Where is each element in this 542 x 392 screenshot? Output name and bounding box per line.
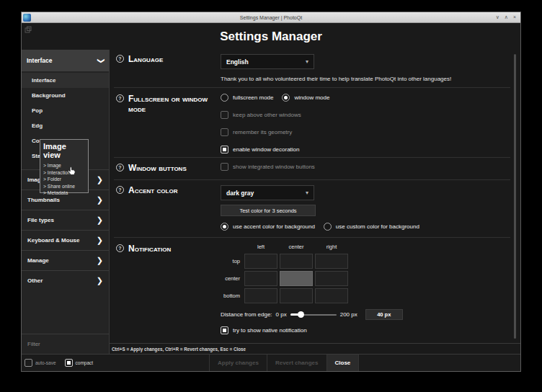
section-title: Accent color [128, 185, 177, 237]
accent-color-dropdown[interactable]: dark gray ▾ [221, 185, 314, 200]
help-icon[interactable]: ? [116, 186, 124, 194]
image-view-tooltip: Image view > Image > Interaction > Folde… [40, 139, 89, 193]
sidebar-item-label: Thumbnails [27, 197, 60, 203]
fullscreen-mode-radio[interactable] [221, 94, 228, 102]
help-icon[interactable]: ? [116, 244, 124, 252]
distance-value-field[interactable]: 40 px [365, 309, 403, 320]
settings-content: ? Language English ▾ Thank you to all wh… [110, 50, 520, 354]
remember-geometry-label: remember its geometry [233, 129, 292, 135]
notification-position-cell[interactable] [315, 288, 348, 303]
window-decoration-label: enable window decoration [233, 146, 300, 153]
sidebar-item-label: Manage [27, 257, 49, 264]
titlebar: Settings Manager | PhotoQt ∨ ∧ × [22, 12, 520, 23]
content-scrollbar[interactable] [514, 54, 516, 339]
chevron-down-icon: ❯ [97, 58, 105, 63]
grid-row-label: top [221, 258, 242, 264]
distance-max: 200 px [340, 311, 357, 318]
tooltip-item: > Image [43, 162, 85, 169]
settings-window: Settings Manager | PhotoQt ∨ ∧ × Setting… [21, 12, 521, 372]
tooltip-item: > Share online [43, 183, 85, 190]
chevron-right-icon: ❯ [97, 175, 103, 184]
notification-position-cell[interactable] [244, 288, 277, 303]
distance-label: Distance from edge: [221, 311, 272, 318]
grid-col-label: right [315, 244, 348, 251]
slider-handle[interactable] [298, 311, 304, 318]
notification-position-cell[interactable] [280, 288, 313, 303]
native-notification-label: try to show native notification [233, 327, 307, 334]
grid-col-label: left [244, 244, 277, 251]
notification-position-cell[interactable] [244, 271, 277, 286]
popout-icon[interactable] [25, 26, 32, 33]
tooltip-item: > Metadata [43, 190, 85, 197]
sidebar-item-file-types[interactable]: File types ❯ [22, 210, 109, 230]
help-icon[interactable]: ? [116, 94, 124, 102]
grid-row-label: bottom [221, 293, 242, 299]
dropdown-arrow-icon: ▾ [306, 190, 308, 196]
sidebar-item-other[interactable]: Other ❯ [22, 270, 109, 290]
section-language: ? Language English ▾ Thank you to all wh… [114, 50, 510, 88]
sidebar-subitem-popup[interactable]: Pop [22, 103, 109, 118]
section-title: Window buttons [128, 163, 187, 179]
chevron-right-icon: ❯ [97, 276, 103, 285]
section-window-buttons: ? Window buttons show integrated window … [114, 158, 510, 180]
section-accent-color: ? Accent color dark gray ▾ Test color fo… [114, 180, 510, 238]
notification-position-cell[interactable] [280, 254, 313, 269]
dropdown-arrow-icon: ▾ [306, 58, 308, 65]
native-notification-checkbox[interactable] [221, 326, 228, 334]
shortcut-hint: Ctrl+S = Apply changes, Ctrl+R = Revert … [110, 343, 520, 354]
notification-position-cell[interactable] [315, 254, 348, 269]
distance-slider[interactable] [290, 311, 337, 318]
integrated-buttons-label: show integrated window buttons [233, 164, 315, 170]
window-title: Settings Manager | PhotoQt [22, 15, 520, 20]
keep-above-checkbox[interactable] [221, 111, 228, 119]
integrated-buttons-checkbox[interactable] [221, 163, 228, 171]
language-note: Thank you to all who volunteered their t… [221, 76, 510, 82]
section-title: Fullscreen or window mode [128, 94, 221, 157]
section-mode: ? Fullscreen or window mode fullscreen m… [114, 88, 510, 158]
notification-position-cell[interactable] [315, 271, 348, 286]
accent-background-label: use accent color for background [233, 223, 315, 230]
bottombar: auto-save compact Apply changes Revert c… [22, 354, 520, 371]
chevron-right-icon: ❯ [97, 215, 103, 225]
autosave-label: auto-save [35, 360, 56, 365]
grid-col-label: center [280, 244, 313, 251]
filter-row [22, 334, 109, 354]
custom-background-radio[interactable] [324, 223, 332, 231]
sidebar-subitem-background[interactable]: Background [22, 88, 109, 103]
accent-background-radio[interactable] [221, 223, 228, 231]
notification-position-cell-selected[interactable] [280, 271, 313, 286]
section-title: Language [128, 54, 163, 87]
remember-geometry-checkbox[interactable] [221, 128, 228, 136]
distance-min: 0 px [276, 311, 287, 318]
apply-changes-button[interactable]: Apply changes [209, 355, 267, 371]
sidebar-subitem-interface[interactable]: Interface [22, 73, 109, 88]
sidebar-item-label: File types [27, 217, 54, 223]
sidebar-item-keyboard-mouse[interactable]: Keyboard & Mouse ❯ [22, 230, 109, 250]
window-mode-label: window mode [294, 94, 329, 101]
sidebar-category-interface[interactable]: Interface ❯ [22, 50, 109, 71]
help-icon[interactable]: ? [116, 55, 124, 63]
sidebar-subitem-edges[interactable]: Edg [22, 118, 109, 133]
grid-row-label: center [221, 275, 242, 282]
window-mode-radio[interactable] [282, 94, 290, 102]
section-notification: ? Notification left center right top [114, 238, 510, 334]
test-color-button[interactable]: Test color for 3 seconds [221, 205, 316, 216]
language-dropdown[interactable]: English ▾ [221, 54, 314, 69]
compact-checkbox[interactable] [65, 359, 73, 367]
sidebar-category-label: Interface [27, 57, 52, 64]
revert-changes-button[interactable]: Revert changes [267, 355, 326, 371]
header: Settings Manager [22, 23, 520, 50]
autosave-checkbox[interactable] [25, 359, 32, 367]
sidebar-item-manage[interactable]: Manage ❯ [22, 250, 109, 270]
language-value: English [226, 58, 249, 66]
compact-label: compact [76, 360, 94, 365]
chevron-right-icon: ❯ [97, 256, 103, 265]
filter-input[interactable] [22, 341, 109, 347]
notification-position-cell[interactable] [244, 254, 277, 269]
tooltip-title: Image view [43, 142, 85, 159]
close-button[interactable]: Close [326, 355, 360, 371]
custom-background-label: use custom color for background [336, 223, 419, 230]
window-decoration-checkbox[interactable] [221, 146, 228, 153]
help-icon[interactable]: ? [116, 164, 124, 172]
sidebar: Interface ❯ Interface Background Pop Edg… [22, 50, 110, 354]
